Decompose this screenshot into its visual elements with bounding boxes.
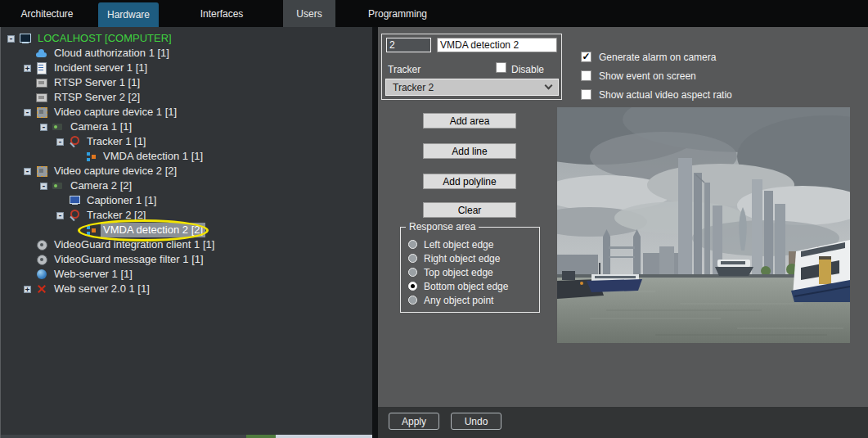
tree-item-label: Camera 1 [1] — [68, 120, 134, 134]
tree-item-rtsp-server-2-2[interactable]: RTSP Server 2 [2] — [1, 90, 372, 105]
tree-item-vmda-detection-2-2[interactable]: VMDA detection 2 [2] — [1, 223, 372, 237]
rtsp-icon — [36, 92, 47, 103]
expander-minus-icon[interactable]: - — [40, 124, 47, 131]
chip-icon — [36, 106, 47, 118]
object-id-input[interactable] — [386, 38, 431, 52]
expander-minus-icon[interactable]: - — [24, 168, 31, 175]
scrollbar-thumb[interactable] — [246, 435, 276, 438]
expander-plus-icon[interactable]: + — [24, 286, 31, 293]
tree-item-video-capture-device-2-2[interactable]: -Video capture device 2 [2] — [1, 164, 372, 178]
generate-alarm-on-camera-row: ✓Generate alarm on camera — [581, 52, 732, 62]
checkbox-label: Show event on screen — [599, 70, 696, 82]
show-actual-video-aspect-ratio-checkbox[interactable] — [581, 89, 591, 100]
device-tree: -LOCALHOST [COMPUTER]Cloud authorization… — [1, 27, 372, 296]
left-object-edge-row: Left object edge — [408, 237, 539, 251]
add-polyline-button[interactable]: Add polyline — [423, 174, 516, 189]
footer-bar: Apply Undo — [378, 407, 868, 438]
tree-item-label: Web-server 1 [1] — [52, 267, 135, 282]
show-actual-video-aspect-ratio-row: Show actual video aspect ratio — [581, 89, 732, 100]
response-area-options: Left object edgeRight object edgeTop obj… — [401, 228, 539, 307]
response-area-group: Response area Left object edgeRight obje… — [400, 227, 540, 313]
expander-minus-icon[interactable]: - — [40, 183, 47, 190]
rtsp-icon — [36, 77, 47, 88]
detail-panel: Tracker Disable Tracker 2 ✓Generate alar… — [378, 27, 868, 407]
device-tree-panel: -LOCALHOST [COMPUTER]Cloud authorization… — [0, 27, 372, 438]
disable-checkbox[interactable] — [496, 62, 506, 73]
tree-item-web-server-2-0-1-1[interactable]: +Web server 2.0 1 [1] — [1, 282, 372, 296]
tracker-dropdown[interactable]: Tracker 2 — [385, 79, 559, 96]
right-object-edge-radio[interactable] — [408, 254, 417, 263]
tree-item-camera-1-1[interactable]: -Camera 1 [1] — [1, 120, 372, 134]
expander-plus-icon[interactable]: + — [24, 65, 31, 72]
expander-minus-icon[interactable]: - — [24, 109, 31, 116]
tab-interfaces[interactable]: Interfaces — [177, 0, 267, 27]
camera-video-preview[interactable] — [557, 107, 850, 343]
radio-label: Left object edge — [424, 239, 493, 251]
camera-options: ✓Generate alarm on cameraShow event on s… — [581, 52, 732, 108]
expander-minus-icon[interactable]: - — [56, 138, 64, 146]
any-object-point-radio[interactable] — [408, 296, 417, 305]
tree-item-cloud-authorization-1-1[interactable]: Cloud authorization 1 [1] — [1, 46, 372, 61]
tree-item-camera-2-2[interactable]: -Camera 2 [2] — [1, 178, 372, 193]
vmda-icon — [85, 224, 97, 236]
scrollbar-track-left — [1, 435, 246, 438]
tab-programming[interactable]: Programming — [349, 0, 447, 27]
tree-item-rtsp-server-1-1[interactable]: RTSP Server 1 [1] — [1, 75, 372, 90]
tree-item-video-capture-device-1-1[interactable]: -Video capture device 1 [1] — [1, 105, 372, 120]
disable-label: Disable — [511, 64, 544, 75]
tree-item-tracker-1-1[interactable]: -Tracker 1 [1] — [1, 134, 372, 149]
tab-users[interactable]: Users — [283, 0, 335, 27]
add-line-button[interactable]: Add line — [423, 143, 516, 159]
horizontal-scrollbar[interactable] — [1, 435, 372, 438]
videoguard-icon — [36, 239, 47, 251]
radio-label: Top object edge — [424, 267, 493, 278]
globe-icon — [36, 269, 47, 280]
checkbox-label: Generate alarm on camera — [599, 52, 716, 63]
tab-hardware[interactable]: Hardware — [98, 2, 159, 27]
tab-architecture[interactable]: Architecture — [0, 0, 94, 27]
show-event-on-screen-checkbox[interactable] — [581, 70, 591, 81]
tree-item-incident-server-1-1[interactable]: +Incident server 1 [1] — [1, 61, 372, 75]
tree-item-label: RTSP Server 2 [2] — [52, 90, 142, 105]
clear-button[interactable]: Clear — [423, 202, 516, 218]
tree-item-label: Web server 2.0 1 [1] — [52, 282, 152, 296]
tree-item-label: Incident server 1 [1] — [52, 61, 150, 75]
tree-item-label: VMDA detection 2 [2] — [101, 223, 205, 237]
captioner-icon — [69, 195, 80, 206]
tree-item-captioner-1-1[interactable]: Captioner 1 [1] — [1, 193, 372, 208]
radio-label: Bottom object edge — [424, 281, 508, 292]
camera-icon — [52, 180, 64, 192]
radio-label: Right object edge — [424, 253, 500, 264]
videoguard-icon — [36, 254, 47, 265]
vmda-icon — [85, 151, 97, 162]
add-area-button[interactable]: Add area — [423, 113, 516, 129]
tree-item-label: VideoGuard integration client 1 [1] — [52, 237, 217, 252]
tracker-dropdown-value: Tracker 2 — [393, 82, 434, 93]
expander-minus-icon[interactable]: - — [56, 212, 64, 219]
show-event-on-screen-row: Show event on screen — [581, 70, 732, 81]
camera-icon — [52, 121, 64, 133]
object-name-input[interactable] — [437, 38, 557, 52]
radio-label: Any object point — [424, 295, 493, 306]
tree-item-vmda-detection-1-1[interactable]: VMDA detection 1 [1] — [1, 149, 372, 164]
generate-alarm-on-camera-checkbox[interactable]: ✓ — [581, 52, 591, 62]
apply-button[interactable]: Apply — [389, 413, 439, 430]
left-object-edge-radio[interactable] — [408, 240, 417, 249]
expander-minus-icon[interactable]: - — [7, 35, 15, 43]
tracker-icon — [69, 136, 80, 147]
tree-item-web-server-1-1[interactable]: Web-server 1 [1] — [1, 267, 372, 282]
tree-item-label: Camera 2 [2] — [68, 178, 134, 193]
tree-item-label: VMDA detection 1 [1] — [101, 149, 205, 164]
top-object-edge-row: Top object edge — [408, 265, 539, 279]
tree-item-label: Video capture device 1 [1] — [52, 105, 179, 120]
tree-item-localhost-computer[interactable]: -LOCALHOST [COMPUTER] — [1, 31, 372, 46]
tree-item-videoguard-message-filter-1-1[interactable]: VideoGuard message filter 1 [1] — [1, 252, 372, 267]
tracker-icon — [69, 210, 80, 221]
right-object-edge-row: Right object edge — [408, 251, 539, 265]
tree-item-label: VideoGuard message filter 1 [1] — [52, 252, 206, 267]
top-object-edge-radio[interactable] — [408, 268, 417, 277]
bottom-object-edge-radio[interactable] — [408, 282, 417, 291]
tree-item-tracker-2-2[interactable]: -Tracker 2 [2] — [1, 208, 372, 223]
tree-item-videoguard-integration-client-1-1[interactable]: VideoGuard integration client 1 [1] — [1, 237, 372, 252]
undo-button[interactable]: Undo — [451, 413, 501, 430]
